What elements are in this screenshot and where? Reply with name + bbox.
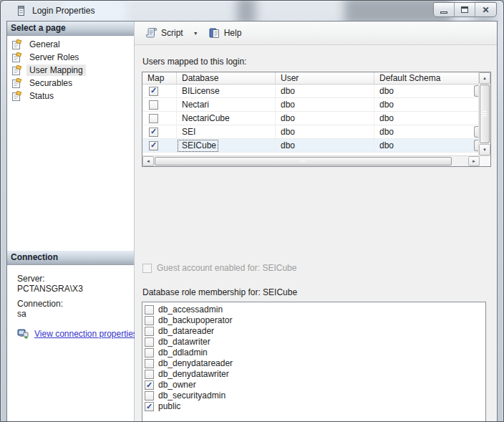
sidebar-item-status[interactable]: Status [7,90,134,102]
role-name: db_denydatareader [158,359,233,368]
scroll-right-button[interactable]: ► [468,156,480,166]
property-page-icon [11,91,23,102]
column-header-database[interactable]: Database [177,72,276,84]
map-checkbox[interactable] [149,128,158,137]
role-list-item[interactable]: db_backupoperator [142,315,485,326]
connection-panel: Server: PCTANSGRA\X3 Connection: sa [7,265,134,422]
role-list-item[interactable]: db_datawriter [142,337,485,347]
role-checkbox[interactable] [145,391,154,401]
role-list-item[interactable]: public [142,401,485,412]
table-row[interactable]: BILicense dbo dbo [142,85,478,98]
role-list-item[interactable]: db_ddladmin [142,347,485,358]
form-window-icon [17,5,26,16]
table-row[interactable]: SEI dbo dbo [142,125,478,139]
default-schema-cell[interactable]: dbo [374,85,478,97]
minimize-button[interactable] [434,3,455,16]
role-checkbox[interactable] [145,402,154,411]
sidebar-item-user-mapping[interactable]: User Mapping [7,64,134,77]
role-checkbox[interactable] [145,370,154,379]
map-cell [142,85,177,97]
database-cell[interactable]: BILicense [177,85,276,97]
connection-value: sa [17,309,130,319]
role-checkbox[interactable] [145,348,154,358]
sidebar-item-securables[interactable]: Securables [7,77,134,90]
table-row[interactable]: Nectari dbo dbo [142,98,478,112]
view-connection-properties-link[interactable]: View connection properties [34,329,137,339]
close-icon: ✕ [482,6,489,14]
role-checkbox[interactable] [145,316,154,325]
user-cell[interactable]: dbo [276,125,374,138]
default-schema-cell[interactable]: dbo [374,125,478,138]
role-checkbox[interactable] [145,305,154,315]
role-name: db_accessadmin [158,305,223,315]
title-bar[interactable]: Login Properties ✕ [1,1,503,21]
script-button[interactable]: Script [141,24,188,42]
horizontal-scroll-thumb[interactable] [155,157,452,166]
role-checkbox[interactable] [145,327,154,336]
map-cell [142,98,177,111]
help-button[interactable]: Help [204,24,246,42]
sidebar-item-label: Status [26,90,57,102]
scroll-up-button[interactable]: ▲ [479,72,490,84]
role-list-item[interactable]: db_securityadmin [142,390,485,401]
database-cell[interactable]: NectariCube [177,112,276,125]
map-checkbox[interactable] [149,100,158,110]
property-page-icon [11,78,23,89]
vertical-scroll-thumb[interactable] [480,85,490,143]
database-cell[interactable]: SEI [177,125,276,138]
role-name: db_denydatawriter [158,370,229,379]
user-cell[interactable]: dbo [276,98,374,111]
server-value: PCTANSGRA\X3 [17,284,130,294]
user-mapping-grid: Map Database User Default Schema BILicen… [142,72,491,167]
user-cell[interactable]: dbo [276,112,374,125]
maximize-button[interactable] [455,3,475,16]
table-row[interactable]: NectariCube dbo dbo [142,112,478,125]
window-title: Login Properties [32,6,94,16]
default-schema-cell[interactable]: dbo [374,112,478,125]
role-checkbox[interactable] [145,380,154,390]
map-checkbox[interactable] [149,141,158,150]
sidebar-spacer [7,102,134,251]
role-list-item[interactable]: db_datareader [142,326,485,337]
ellipsis-button[interactable] [474,85,478,97]
role-checkbox[interactable] [145,337,154,347]
default-schema-cell[interactable]: dbo [374,98,478,111]
user-cell[interactable]: dbo [276,85,374,97]
role-list-item[interactable]: db_accessadmin [142,304,485,315]
minimize-icon [440,11,447,14]
column-header-default-schema[interactable]: Default Schema [374,72,478,84]
default-schema-cell[interactable]: dbo [374,139,478,152]
users-mapped-label: Users mapped to this login: [142,57,246,67]
script-scroll-icon [145,27,158,39]
user-value: dbo [276,125,298,138]
user-value: dbo [276,85,298,97]
script-dropdown-arrow[interactable]: ▼ [190,31,201,36]
table-row[interactable]: SEICube dbo dbo [142,139,478,153]
close-button[interactable]: ✕ [475,3,496,16]
role-list-item[interactable]: db_denydatawriter [142,369,485,380]
vertical-scrollbar[interactable]: ▲ ▼ [478,72,490,155]
database-cell[interactable]: SEICube [177,139,276,152]
database-cell[interactable]: Nectari [177,98,276,111]
sidebar-item-general[interactable]: General [7,38,134,51]
map-checkbox[interactable] [149,87,158,96]
database-role-list: db_accessadmin db_backupoperator db_data… [142,302,486,421]
column-header-user[interactable]: User [276,72,374,84]
role-checkbox[interactable] [145,359,154,368]
role-list-item[interactable]: db_owner [142,380,485,390]
sidebar-item-server-roles[interactable]: Server Roles [7,51,134,64]
property-page-icon [11,39,23,50]
ellipsis-button[interactable] [474,140,478,151]
scroll-left-button[interactable]: ◄ [142,156,154,166]
map-checkbox[interactable] [149,114,158,123]
thumb-gripper [483,111,487,118]
horizontal-scrollbar[interactable]: ◄ ► [142,156,480,166]
role-list-item[interactable]: db_denydatareader [142,358,485,369]
scroll-down-button[interactable]: ▼ [479,144,490,155]
grid-body: BILicense dbo dbo Nectari dbo dbo Nectar… [142,85,478,155]
map-cell [142,139,177,152]
ellipsis-button[interactable] [474,126,478,138]
column-header-map[interactable]: Map [142,72,177,84]
user-cell[interactable]: dbo [276,139,374,152]
sidebar: Select a page General Server Roles [7,21,135,421]
